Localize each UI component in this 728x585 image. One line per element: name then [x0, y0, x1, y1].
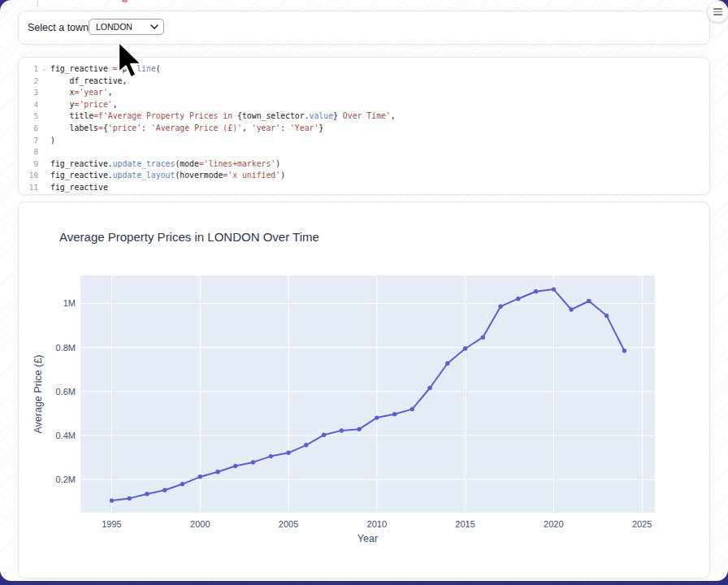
data-point-marker[interactable]	[587, 299, 591, 303]
fold-chevron-icon[interactable]: ⌄	[38, 63, 50, 76]
notebook-app: Select a town: LONDON 1⌄fig_reactive = p…	[0, 0, 728, 581]
code-line[interactable]: 6 labels={'price': 'Average Price (£)', …	[19, 123, 709, 135]
data-point-marker[interactable]	[340, 428, 344, 432]
data-point-marker[interactable]	[110, 498, 114, 502]
town-selector: LONDON	[89, 19, 164, 35]
line-number: 1	[19, 63, 38, 76]
line-number: 11	[19, 182, 38, 194]
clipped-cell-edge	[37, 0, 38, 7]
code-text: fig_reactive.update_layout(hovermode='x …	[50, 170, 285, 182]
data-point-marker[interactable]	[269, 454, 273, 458]
code-text: y='price',	[50, 99, 118, 111]
code-editor[interactable]: 1⌄fig_reactive = px.line(2 df_reactive,3…	[19, 58, 709, 194]
line-number: 3	[19, 87, 38, 99]
y-axis-title: Average Price (£)	[32, 354, 44, 433]
data-point-marker[interactable]	[552, 287, 556, 291]
data-point-marker[interactable]	[516, 297, 520, 301]
code-text: df_reactive,	[50, 76, 127, 88]
code-text: )	[50, 135, 55, 147]
fold-spacer	[38, 158, 50, 171]
data-point-marker[interactable]	[233, 464, 237, 468]
data-point-marker[interactable]	[463, 346, 467, 350]
town-selector-label: Select a town:	[28, 22, 92, 33]
fold-spacer	[38, 170, 50, 182]
data-point-marker[interactable]	[304, 443, 308, 447]
code-text	[50, 146, 55, 158]
fold-spacer	[38, 182, 50, 194]
town-selector-cell: Select a town: LONDON	[18, 11, 710, 45]
line-number: 7	[19, 135, 38, 147]
x-tick-label: 2015	[455, 519, 474, 529]
data-point-marker[interactable]	[481, 336, 485, 340]
fold-spacer	[38, 76, 50, 88]
y-tick-label: 0.6M	[56, 387, 76, 396]
data-point-marker[interactable]	[534, 289, 538, 293]
data-point-marker[interactable]	[445, 362, 449, 366]
chart-title: Average Property Prices in LONDON Over T…	[59, 230, 319, 244]
code-line[interactable]: 3 x='year',	[19, 87, 709, 99]
fold-spacer	[38, 146, 50, 158]
data-point-marker[interactable]	[180, 482, 184, 486]
line-number: 6	[19, 123, 38, 135]
line-number: 9	[19, 158, 38, 171]
code-text: x='year',	[50, 87, 113, 99]
chart-cell: Average Property Prices in LONDON Over T…	[18, 202, 710, 578]
code-line[interactable]: 10fig_reactive.update_layout(hovermode='…	[19, 170, 709, 182]
code-text: labels={'price': 'Average Price (£)', 'y…	[50, 123, 323, 135]
data-point-marker[interactable]	[427, 386, 431, 390]
y-tick-label: 0.8M	[56, 343, 76, 353]
code-line[interactable]: 7)	[19, 135, 709, 147]
code-line[interactable]: 2 df_reactive,	[19, 76, 709, 88]
data-point-marker[interactable]	[215, 470, 219, 474]
line-number: 4	[19, 99, 38, 111]
code-line[interactable]: 11fig_reactive	[19, 182, 709, 194]
code-text: fig_reactive = px.line(	[50, 63, 161, 76]
data-point-marker[interactable]	[357, 427, 361, 431]
x-tick-label: 1995	[102, 519, 121, 529]
line-number: 2	[19, 76, 38, 88]
data-point-marker[interactable]	[322, 433, 326, 437]
town-select[interactable]: LONDON	[89, 19, 164, 35]
code-text: fig_reactive	[50, 182, 108, 194]
data-point-marker[interactable]	[198, 474, 202, 479]
data-point-marker[interactable]	[251, 460, 255, 464]
data-point-marker[interactable]	[128, 496, 132, 500]
data-point-marker[interactable]	[162, 488, 167, 492]
clipped-cell-marker	[122, 0, 128, 2]
x-axis-title: Year	[358, 533, 378, 544]
code-line[interactable]: 9fig_reactive.update_traces(mode='lines+…	[19, 158, 709, 171]
data-point-marker[interactable]	[498, 305, 502, 309]
x-tick-label: 2005	[279, 519, 298, 529]
data-point-marker[interactable]	[410, 407, 414, 411]
data-point-marker[interactable]	[145, 492, 149, 496]
x-tick-label: 2010	[367, 519, 387, 529]
data-point-marker[interactable]	[622, 349, 626, 353]
y-tick-label: 1M	[63, 298, 76, 308]
menu-button[interactable]	[707, 1, 728, 23]
code-line[interactable]: 1⌄fig_reactive = px.line(	[19, 63, 709, 76]
plot-area[interactable]	[80, 275, 655, 513]
y-tick-label: 0.2M	[56, 474, 76, 484]
x-tick-label: 2025	[632, 519, 652, 529]
fold-spacer	[38, 87, 50, 99]
code-cell: 1⌄fig_reactive = px.line(2 df_reactive,3…	[18, 57, 710, 195]
data-point-marker[interactable]	[392, 412, 396, 416]
x-tick-label: 2020	[544, 519, 563, 529]
code-line[interactable]: 5 title=f'Average Property Prices in {to…	[19, 110, 709, 123]
data-point-marker[interactable]	[286, 451, 290, 455]
fold-spacer	[38, 123, 50, 135]
fold-spacer	[38, 135, 50, 147]
code-line[interactable]: 4 y='price',	[19, 99, 709, 111]
data-point-marker[interactable]	[375, 415, 379, 419]
x-tick-label: 2000	[190, 519, 210, 529]
property-price-chart[interactable]: Average Property Prices in LONDON Over T…	[19, 202, 710, 578]
line-number: 5	[19, 110, 38, 123]
code-line[interactable]: 8	[19, 146, 709, 158]
fold-spacer	[38, 110, 50, 123]
hamburger-menu-icon	[713, 8, 722, 15]
data-point-marker[interactable]	[569, 307, 573, 311]
y-tick-label: 0.4M	[56, 431, 76, 440]
code-text: fig_reactive.update_traces(mode='lines+m…	[50, 158, 280, 171]
data-point-marker[interactable]	[604, 314, 609, 318]
fold-spacer	[38, 99, 50, 111]
